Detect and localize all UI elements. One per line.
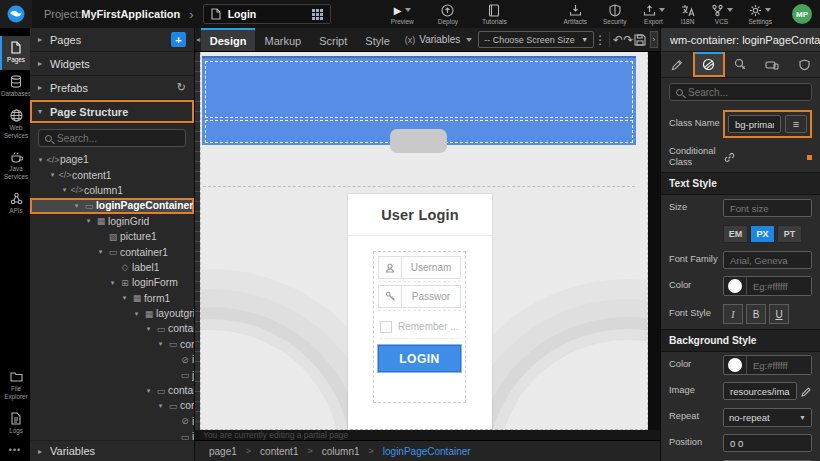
tab-markup[interactable]: Markup [255,28,310,51]
italic-button[interactable]: I [723,304,743,324]
add-page-button[interactable]: + [171,32,186,47]
password-input[interactable] [402,291,460,302]
undo-button[interactable]: ↶ [613,28,623,51]
tutorials-button[interactable]: Tutorials [482,0,507,28]
unit-px-button[interactable]: PX [750,225,775,243]
rail-item-databases[interactable]: Databases [0,70,30,104]
tree-item-form1[interactable]: ▾▦form1 [30,291,194,306]
wavemaker-logo[interactable] [0,0,32,28]
tree-item-layoutgrid2[interactable]: ▾▦layoutgrid2 [30,306,194,321]
breadcrumb-separator: > [307,446,312,456]
bg-color-input[interactable] [746,356,811,374]
tree-item-page1[interactable]: ▾</>page1 [30,152,194,167]
tree-item-label1[interactable]: ◇label1 [30,260,194,275]
breadcrumb-loginPageContainer[interactable]: loginPageContainer [383,446,471,457]
security-button[interactable]: Security [603,0,626,28]
more-menu-icon[interactable]: ⋮ [594,28,606,51]
class-name-input[interactable] [728,115,781,133]
tree-item-icon[interactable]: ⊘icon [30,352,194,367]
bg-position-input[interactable] [723,434,812,452]
login-button[interactable]: LOGIN [378,345,461,372]
underline-button[interactable]: U [769,304,789,324]
bg-repeat-select[interactable]: no-repeat ▼ [723,408,812,427]
tab-design[interactable]: Design [201,28,256,51]
property-search-input[interactable] [688,87,805,98]
bold-button[interactable]: B [746,304,766,324]
variables-dropdown[interactable]: (x) Variables [399,28,478,51]
dashboard-grid-icon[interactable] [312,9,315,12]
unit-em-button[interactable]: EM [723,225,748,243]
refresh-icon[interactable]: ↻ [177,81,186,94]
tree-item-column1[interactable]: ▾</>column1 [30,183,194,198]
class-list-button[interactable]: ≡ [785,115,807,133]
color-swatch[interactable] [728,279,742,293]
rail-more-button[interactable]: ••• [0,441,30,461]
project-name[interactable]: Project:MyFirstApplication [44,8,180,20]
preview-button[interactable]: ▶ Preview [391,0,414,28]
user-avatar[interactable]: MP [792,4,812,24]
export-button[interactable]: Export [643,0,665,28]
remember-checkbox[interactable] [380,321,392,333]
tree-item-container[interactable]: ▾▭container [30,398,194,413]
code-icon: </> [46,155,60,165]
rail-item-web-services[interactable]: Web Services [0,104,30,146]
tree-item-container1[interactable]: ▾▭container1 [30,244,194,259]
tree-item-container[interactable]: ▾▭container [30,383,194,398]
tree-item-loginForm[interactable]: ▾⊞loginForm [30,275,194,290]
section-widgets[interactable]: ▸ Widgets [30,52,194,76]
i18n-button[interactable]: I18N [681,0,695,28]
section-page-structure[interactable]: ▾ Page Structure [30,100,194,124]
breadcrumb-content1[interactable]: content1 [260,446,298,457]
tab-security[interactable] [788,52,820,77]
canvas-page[interactable]: User Login [200,52,648,430]
font-family-input[interactable] [723,251,812,269]
tree-item-j-password[interactable]: ▭j_passw [30,429,194,440]
tab-style[interactable]: Style [356,28,398,51]
structure-search-input[interactable] [57,133,179,144]
vcs-button[interactable]: VCS [711,0,733,28]
bg-image-row: Image [661,378,820,404]
breadcrumb-column1[interactable]: column1 [322,446,360,457]
code-icon: </> [58,170,72,180]
section-pages[interactable]: ▸ Pages + [30,28,194,52]
tree-item-loginPageContainer[interactable]: ▾▭loginPageContainer [30,198,194,213]
username-input[interactable] [402,262,460,273]
rail-item-java-services[interactable]: Java Services [0,145,30,187]
tree-item-picture1[interactable]: ▨picture1 [30,229,194,244]
rail-item-file-explorer[interactable]: File Explorer [0,366,30,407]
text-color-input[interactable] [746,277,811,295]
link-icon[interactable] [723,151,736,164]
tab-events[interactable] [725,52,757,77]
tree-item-container[interactable]: ▾▭container [30,321,194,336]
tab-styles[interactable] [693,52,725,77]
tree-item-j-username[interactable]: ▭j_usern [30,367,194,382]
edit-pencil-icon[interactable] [801,386,812,397]
rail-item-logs[interactable]: Logs [0,407,30,441]
login-form-card[interactable]: User Login [348,194,492,430]
tab-devices[interactable] [756,52,788,77]
bg-image-input[interactable] [723,382,797,400]
redo-button[interactable]: ↷ [623,28,633,51]
expand-right-icon[interactable]: › [650,31,658,48]
breadcrumb-page1[interactable]: page1 [209,446,237,457]
tree-item-icon[interactable]: ⊘icon [30,414,194,429]
tree-item-container[interactable]: ▾▭container [30,337,194,352]
save-button[interactable] [634,28,646,51]
rail-item-apis[interactable]: APIs [0,187,30,221]
artifacts-button[interactable]: Artifacts [564,0,587,28]
color-swatch[interactable] [728,358,742,372]
tab-script[interactable]: Script [310,28,356,51]
tab-properties[interactable] [661,52,693,77]
rail-item-pages[interactable]: Pages [0,36,30,70]
picture-placeholder[interactable] [390,129,447,153]
open-page-tab[interactable]: Login [203,4,331,24]
unit-pt-button[interactable]: PT [777,225,802,243]
section-variables[interactable]: ▸ Variables [30,440,194,461]
font-size-input[interactable] [723,199,812,217]
screen-size-select[interactable]: -- Choose Screen Size -- ▼ [478,31,594,48]
settings-button[interactable]: Settings [749,0,773,28]
deploy-button[interactable]: Deploy [438,0,458,28]
section-prefabs[interactable]: ▸ Prefabs ↻ [30,76,194,100]
tree-item-content1[interactable]: ▾</>content1 [30,167,194,182]
tree-item-loginGrid[interactable]: ▾▦loginGrid [30,214,194,229]
